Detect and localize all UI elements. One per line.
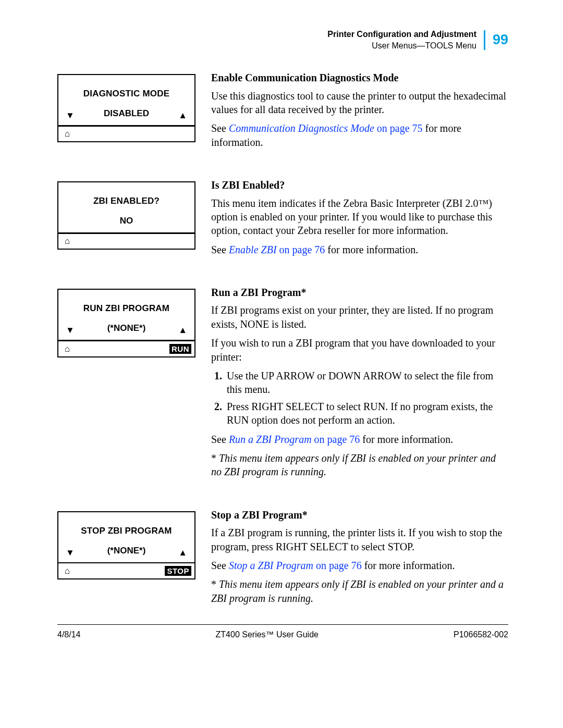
home-icon: ⌂ [65, 129, 70, 138]
ordered-list: Use the UP ARROW or DOWN ARROW to select… [225, 369, 508, 427]
section-heading: Enable Communication Diagnostics Mode [211, 71, 508, 84]
down-arrow-icon: ▼ [66, 548, 75, 558]
xref-page[interactable]: on page 76 [313, 560, 362, 571]
list-item: Press RIGHT SELECT to select RUN. If no … [225, 400, 508, 427]
xref-link[interactable]: Communication Diagnostics Mode [229, 122, 374, 134]
body-text: This menu item indicates if the Zebra Ba… [211, 196, 508, 238]
lcd-run-zbi: RUN ZBI PROGRAM ▼ ▲ (*NONE*) ⌂ RUN [57, 289, 195, 357]
lcd-diagnostic-mode: DIAGNOSTIC MODE ▼ ▲ DISABLED ⌂ [57, 74, 195, 142]
section-heading: Run a ZBI Program* [211, 286, 508, 299]
stop-badge: STOP [165, 566, 191, 576]
down-arrow-icon: ▼ [66, 110, 75, 121]
lcd-zbi-enabled: ZBI ENABLED? NO ⌂ [57, 181, 195, 250]
section-heading: Is ZBI Enabled? [211, 178, 508, 192]
header-divider [484, 30, 485, 50]
chapter-title: Printer Configuration and Adjustment [327, 29, 476, 40]
section-title: User Menus—TOOLS Menu [327, 40, 476, 52]
up-arrow-icon: ▲ [178, 325, 187, 336]
xref-page[interactable]: on page 75 [374, 122, 423, 134]
page-footer: 4/8/14 ZT400 Series™ User Guide P1066582… [57, 624, 508, 639]
body-text: If ZBI programs exist on your printer, t… [211, 303, 508, 331]
up-arrow-icon: ▲ [178, 110, 187, 121]
lcd-stop-zbi: STOP ZBI PROGRAM ▼ ▲ (*NONE*) ⌂ STOP [57, 511, 195, 580]
body-text: If you wish to run a ZBI program that yo… [211, 336, 508, 364]
home-icon: ⌂ [65, 237, 70, 245]
lcd-title: RUN ZBI PROGRAM [66, 303, 187, 314]
footnote: * This menu item appears only if ZBI is … [211, 451, 508, 479]
body-text: Use this diagnostics tool to cause the p… [211, 89, 508, 117]
footnote: * This menu item appears only if ZBI is … [211, 577, 508, 605]
footer-docnum: P1066582-002 [454, 630, 508, 639]
body-text: See Enable ZBI on page 76 for more infor… [211, 243, 508, 256]
lcd-value: NO [66, 216, 187, 226]
footer-title: ZT400 Series™ User Guide [216, 630, 319, 639]
page-number: 99 [493, 32, 508, 48]
lcd-title: ZBI ENABLED? [66, 196, 187, 206]
body-text: If a ZBI program is running, the printer… [211, 526, 508, 553]
page-header: Printer Configuration and Adjustment Use… [57, 29, 508, 51]
list-item: Use the UP ARROW or DOWN ARROW to select… [225, 369, 508, 397]
body-text: See Run a ZBI Program on page 76 for mor… [211, 433, 508, 446]
section-heading: Stop a ZBI Program* [211, 508, 508, 522]
xref-link[interactable]: Run a ZBI Program [229, 434, 312, 445]
home-icon: ⌂ [65, 566, 70, 575]
up-arrow-icon: ▲ [178, 548, 187, 558]
body-text: See Stop a ZBI Program on page 76 for mo… [211, 559, 508, 572]
body-text: See Communication Diagnostics Mode on pa… [211, 121, 508, 149]
xref-link[interactable]: Stop a ZBI Program [229, 560, 313, 571]
xref-page[interactable]: on page 76 [277, 244, 325, 255]
home-icon: ⌂ [65, 344, 70, 353]
lcd-title: STOP ZBI PROGRAM [66, 526, 187, 536]
down-arrow-icon: ▼ [66, 325, 75, 336]
lcd-title: DIAGNOSTIC MODE [66, 89, 187, 99]
footer-date: 4/8/14 [57, 630, 80, 639]
xref-link[interactable]: Enable ZBI [229, 244, 277, 255]
xref-page[interactable]: on page 76 [312, 434, 360, 445]
run-badge: RUN [169, 344, 191, 354]
